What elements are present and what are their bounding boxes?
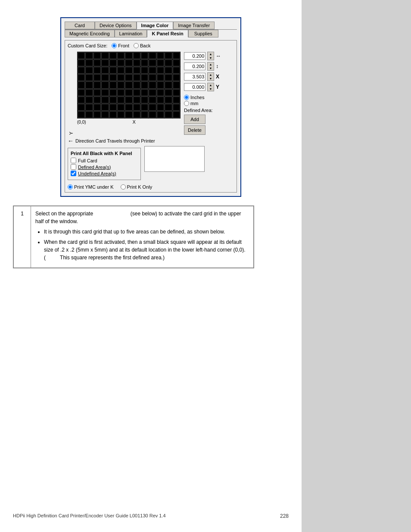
x-spin-down[interactable]: ▼ <box>208 77 214 81</box>
full-card-row: Full Card <box>71 158 138 163</box>
add-button[interactable]: Add <box>184 115 206 124</box>
print-ymc-text: Print YMC under K <box>74 184 114 190</box>
back-radio[interactable] <box>134 43 139 48</box>
undefined-areas-row: Undefined Area(s) <box>71 171 138 176</box>
tabs-row1: Card Device Options Image Color Image Tr… <box>65 22 237 29</box>
right-sidebar <box>302 0 411 532</box>
arrow-left-icon: ← <box>68 137 74 144</box>
direction-row: ← Direction Card Travels through Printer <box>68 137 234 144</box>
tab-supplies[interactable]: Supplies <box>188 30 218 37</box>
defined-area-section: Defined Area: Add Delete <box>184 108 234 135</box>
print-k-only-label[interactable]: Print K Only <box>121 184 153 190</box>
tab-card[interactable]: Card <box>65 22 95 29</box>
x-spinner: ▲ ▼ <box>207 72 214 81</box>
print-k-only-text: Print K Only <box>127 184 153 190</box>
spinbox-height: ▲ ▼ ↕ <box>184 62 234 71</box>
bullet-item-1: It is through this card grid that up to … <box>44 228 249 236</box>
print-black-group: Print All Black with K Panel Full Card D… <box>68 148 141 180</box>
front-label: Front <box>118 43 129 48</box>
step-number: 1 <box>14 206 31 268</box>
y-axis-label: Y <box>68 52 74 135</box>
width-spin-down[interactable]: ▼ <box>208 56 214 60</box>
footer-title: HDPii High Definition Card Printer/Encod… <box>13 513 166 519</box>
back-radio-label[interactable]: Back <box>134 43 150 48</box>
undefined-areas-checkbox[interactable] <box>71 171 76 176</box>
instructions-table: 1 Select on the appropriate (see below) … <box>13 205 254 268</box>
page-number: 228 <box>280 513 289 519</box>
inches-label: Inches <box>190 95 204 100</box>
mm-radio-label[interactable]: mm <box>184 101 234 106</box>
tab-image-transfer[interactable]: Image Transfer <box>173 22 215 29</box>
y-spin-up[interactable]: ▲ <box>208 83 214 87</box>
step-main-text: Select on the appropriate (see below) to… <box>35 210 249 225</box>
front-radio-label[interactable]: Front <box>112 43 129 48</box>
step-content: Select on the appropriate (see below) to… <box>31 206 254 268</box>
defined-areas-row: Defined Area(s) <box>71 164 138 170</box>
width-input[interactable] <box>184 52 206 60</box>
height-input[interactable] <box>184 62 206 70</box>
defined-area-label: Defined Area: <box>184 108 234 113</box>
tabs-row2: Magnetic Encoding Lamination K Panel Res… <box>65 29 237 37</box>
y-input[interactable] <box>184 83 206 91</box>
delete-button[interactable]: Delete <box>184 125 206 135</box>
main-grid-area: Y (0,0) X <box>68 52 234 135</box>
y-spin-down[interactable]: ▼ <box>208 87 214 91</box>
full-card-checkbox[interactable] <box>71 158 76 163</box>
defined-areas-label: Defined Area(s) <box>78 165 111 170</box>
undefined-areas-label: Undefined Area(s) <box>78 171 116 176</box>
print-black-group-label: Print All Black with K Panel <box>71 151 138 156</box>
bullet-item-2: When the card grid is first activated, t… <box>44 238 249 261</box>
controls-panel: ▲ ▼ ↔ ▲ ▼ ↕ <box>184 52 234 135</box>
full-card-label: Full Card <box>78 158 97 163</box>
step-bullet-list: It is through this card grid that up to … <box>35 228 249 261</box>
table-row: 1 Select on the appropriate (see below) … <box>14 206 254 268</box>
footer: HDPii High Definition Card Printer/Encod… <box>13 513 289 519</box>
x-spin-up[interactable]: ▲ <box>208 73 214 77</box>
spinbox-y: ▲ ▼ Y <box>184 83 234 91</box>
tab-lamination[interactable]: Lamination <box>115 30 147 37</box>
custom-card-size-label: Custom Card Size: <box>68 43 107 48</box>
back-label: Back <box>140 43 150 48</box>
direction-text: Direction Card Travels through Printer <box>75 138 155 143</box>
defined-area-list[interactable] <box>144 146 205 172</box>
card-grid[interactable] <box>77 52 181 118</box>
height-icon: ↕ <box>216 63 218 69</box>
defined-areas-checkbox[interactable] <box>71 164 76 170</box>
spinbox-x: ▲ ▼ X <box>184 72 234 81</box>
custom-card-size-row: Custom Card Size: Front Back <box>68 43 234 48</box>
tab-device-options[interactable]: Device Options <box>95 22 137 29</box>
x-icon: X <box>216 74 219 80</box>
width-spinner: ▲ ▼ <box>207 52 214 60</box>
inches-radio[interactable] <box>184 95 189 100</box>
x-input[interactable] <box>184 73 206 81</box>
tab-k-panel-resin[interactable]: K Panel Resin <box>147 30 188 37</box>
y-spinner: ▲ ▼ <box>207 83 214 91</box>
front-radio[interactable] <box>112 43 117 48</box>
width-spin-up[interactable]: ▲ <box>208 52 214 56</box>
x-axis-label: X <box>133 119 136 124</box>
origin-label: (0,0) <box>77 120 86 124</box>
unit-radio-group: Inches mm <box>184 95 234 106</box>
tab-image-color[interactable]: Image Color <box>137 22 174 29</box>
mm-label: mm <box>190 101 198 106</box>
print-options-row: Print YMC under K Print K Only <box>68 184 234 190</box>
dialog-box: Card Device Options Image Color Image Tr… <box>60 17 241 197</box>
height-spin-down[interactable]: ▼ <box>208 66 214 70</box>
print-ymc-radio[interactable] <box>68 184 73 190</box>
width-icon: ↔ <box>216 53 221 59</box>
inches-radio-label[interactable]: Inches <box>184 95 234 100</box>
tab-magnetic-encoding[interactable]: Magnetic Encoding <box>65 30 115 37</box>
spinbox-width: ▲ ▼ ↔ <box>184 52 234 60</box>
height-spinner: ▲ ▼ <box>207 62 214 71</box>
print-ymc-label[interactable]: Print YMC under K <box>68 184 114 190</box>
y-icon: Y <box>216 84 219 90</box>
mm-radio[interactable] <box>184 101 189 106</box>
defined-area-buttons: Add Delete <box>184 115 234 135</box>
height-spin-up[interactable]: ▲ <box>208 62 214 66</box>
dialog-body: Custom Card Size: Front Back Y <box>65 40 237 193</box>
print-k-only-radio[interactable] <box>121 184 126 190</box>
